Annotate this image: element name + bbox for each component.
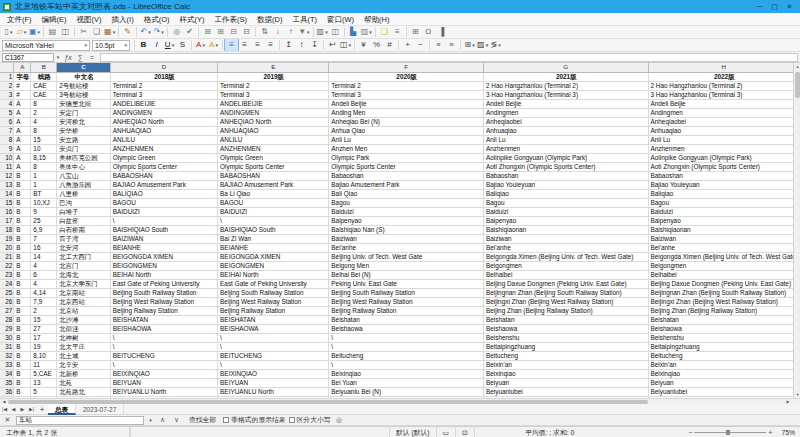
- cell[interactable]: Beitaipingzhuang: [648, 342, 800, 351]
- row-header-12[interactable]: 12: [0, 171, 14, 180]
- cell[interactable]: 北辛安: [57, 360, 111, 369]
- delete-row-icon[interactable]: ⊟: [227, 26, 240, 38]
- cell[interactable]: Beijing South Railway Station: [218, 288, 329, 297]
- cell[interactable]: Baiziwan: [648, 234, 800, 243]
- cell[interactable]: 白堆子: [57, 207, 111, 216]
- function-wizard-icon[interactable]: ƒx: [62, 54, 74, 61]
- cell[interactable]: \: [218, 216, 329, 225]
- cell[interactable]: Beishatan: [648, 315, 800, 324]
- cell[interactable]: 4: [31, 279, 57, 288]
- cell[interactable]: Anhuaqiao: [484, 126, 648, 135]
- cell[interactable]: B: [14, 198, 31, 207]
- cell[interactable]: ANHUAQIAO: [218, 126, 329, 135]
- menu-item[interactable]: 视图(V): [72, 13, 107, 26]
- cell[interactable]: BAIDUIZI: [218, 207, 329, 216]
- cell[interactable]: 白盆窑: [57, 216, 111, 225]
- row-header-30[interactable]: 30: [0, 333, 14, 342]
- find-previous-icon[interactable]: ∧: [157, 416, 168, 424]
- cell[interactable]: Ba Li Qiao: [218, 189, 329, 198]
- cell[interactable]: ANZHENMEN: [218, 144, 329, 153]
- cell[interactable]: Baliqiao: [484, 189, 648, 198]
- cell[interactable]: B: [14, 351, 31, 360]
- row-header-31[interactable]: 31: [0, 342, 14, 351]
- sheet-nav-icon[interactable]: ◀: [9, 406, 18, 412]
- cell[interactable]: A: [14, 135, 31, 144]
- cell[interactable]: Bei'anhe: [329, 243, 484, 252]
- cell[interactable]: 北安河: [57, 243, 111, 252]
- autofilter-icon[interactable]: ▼▾: [297, 26, 310, 38]
- cell[interactable]: Bali Qiao: [329, 189, 484, 198]
- align-bottom-icon[interactable]: ↧: [308, 39, 321, 51]
- cell[interactable]: CAE: [31, 81, 57, 90]
- row-header-21[interactable]: 21: [0, 252, 14, 261]
- cell[interactable]: Beishatan: [484, 315, 648, 324]
- cell[interactable]: BEIGONGDA XIMEN: [218, 252, 329, 261]
- cell[interactable]: Baliqiao: [648, 189, 800, 198]
- cell[interactable]: B: [14, 243, 31, 252]
- column-header-D[interactable]: D: [110, 63, 217, 72]
- cell[interactable]: B: [14, 225, 31, 234]
- sheet-tab-2023-07-27[interactable]: 2023-07-27: [76, 404, 124, 415]
- spelling-icon[interactable]: ✔: [183, 26, 196, 38]
- cell[interactable]: 2 Hao Hangzhanlou (Terminal 2): [648, 81, 800, 90]
- cell[interactable]: Beixin'an: [648, 360, 800, 369]
- cell[interactable]: B: [14, 216, 31, 225]
- cell[interactable]: 4: [31, 261, 57, 270]
- cell[interactable]: Beixinqiao: [329, 369, 484, 378]
- cell[interactable]: B: [14, 387, 31, 396]
- cell[interactable]: Beijingnan Zhan (Beijing South Railway S…: [648, 288, 800, 297]
- cell[interactable]: BEITUCHENG: [110, 351, 217, 360]
- menu-item[interactable]: 样式(Y): [175, 13, 210, 26]
- insert-column-icon[interactable]: ⊞: [214, 26, 227, 38]
- cell[interactable]: Beishaowa: [484, 324, 648, 333]
- cell[interactable]: BABAOSHAN: [218, 171, 329, 180]
- cell[interactable]: Bagou: [484, 198, 648, 207]
- cell[interactable]: B: [14, 270, 31, 279]
- cell[interactable]: 2019版: [218, 72, 329, 81]
- scroll-down-icon[interactable]: ▼: [794, 391, 800, 398]
- cell[interactable]: 3 Hao Hangzhanlou (Terminal 3): [648, 90, 800, 99]
- find-input[interactable]: [16, 416, 144, 425]
- cell[interactable]: Andeli Beijie: [484, 99, 648, 108]
- percent-format-icon[interactable]: %: [370, 39, 383, 51]
- row-header-35[interactable]: 35: [0, 378, 14, 387]
- align-vcenter-icon[interactable]: ↕: [295, 39, 308, 51]
- align-center-icon[interactable]: ≡: [238, 39, 251, 51]
- cell[interactable]: B: [14, 288, 31, 297]
- cell[interactable]: 14: [31, 252, 57, 261]
- cell[interactable]: Aoti Zhongxin (Olympic Sports Center): [484, 162, 648, 171]
- row-header-27[interactable]: 27: [0, 306, 14, 315]
- cell[interactable]: B: [14, 189, 31, 198]
- justify-icon[interactable]: ≡: [264, 39, 277, 51]
- row-header-28[interactable]: 28: [0, 315, 14, 324]
- cell[interactable]: \: [218, 360, 329, 369]
- cell[interactable]: Baishiqiaonan: [484, 225, 648, 234]
- cell[interactable]: B: [14, 360, 31, 369]
- cell[interactable]: 北海北: [57, 270, 111, 279]
- underline-icon[interactable]: U▾: [163, 39, 176, 51]
- cell[interactable]: BEIGONGMEN: [110, 261, 217, 270]
- cell[interactable]: Beijing Zhan (Beijing Railway Station): [484, 306, 648, 315]
- cell[interactable]: Beijingxi Zhan (Beijing West Railway Sta…: [484, 297, 648, 306]
- chevron-down-icon[interactable]: ▾: [147, 417, 154, 423]
- cell[interactable]: BEIHAI North: [218, 270, 329, 279]
- cell[interactable]: B: [14, 306, 31, 315]
- cell[interactable]: Beiyuanlu Bei (N): [329, 387, 484, 396]
- cell[interactable]: Baiduizi: [484, 207, 648, 216]
- clone-formatting-icon[interactable]: ✎: [121, 26, 134, 38]
- cell[interactable]: 北京南站: [57, 288, 111, 297]
- cell[interactable]: Beixinqiao: [484, 369, 648, 378]
- cell[interactable]: 安河桥北: [57, 117, 111, 126]
- align-top-icon[interactable]: ↥: [282, 39, 295, 51]
- cell[interactable]: Beijing Railway Station: [329, 306, 484, 315]
- row-header-2[interactable]: 2: [0, 81, 14, 90]
- open-icon[interactable]: ▱▾: [15, 26, 28, 38]
- cell[interactable]: Beishaowa: [648, 324, 800, 333]
- cell[interactable]: BAGOU: [218, 198, 329, 207]
- cell[interactable]: 安立路: [57, 135, 111, 144]
- row-header-36[interactable]: 36: [0, 387, 14, 396]
- cell[interactable]: Bai Zi Wan: [218, 234, 329, 243]
- vertical-scrollbar[interactable]: ▲ ▼: [793, 63, 800, 398]
- cell[interactable]: 北太平庄: [57, 342, 111, 351]
- cell[interactable]: Anhua Qiao: [329, 126, 484, 135]
